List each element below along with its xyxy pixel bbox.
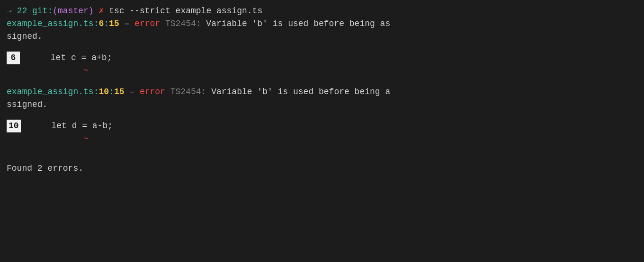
error1-message: Variable 'b' is used before being as (201, 17, 391, 30)
error1-code: TS2454: (160, 17, 201, 30)
error1-error-word: error (134, 17, 160, 30)
prompt-command: tsc --strict example_assign.ts (109, 5, 262, 17)
error2-line1: example_assign.ts : 10 : 15 – error TS24… (7, 86, 637, 98)
prompt-x: ✗ (99, 5, 104, 17)
git-label: git: (32, 5, 53, 17)
prompt-arrow: → (7, 5, 12, 17)
error1-line-num: 6 (98, 17, 104, 30)
prompt-line: → 22 git: (master) ✗ tsc --strict exampl… (7, 5, 637, 17)
tilde1: ~ (7, 64, 89, 77)
spacer4 (7, 145, 637, 154)
error2-code: TS2454: (165, 86, 206, 98)
tilde2: ~ (7, 132, 89, 145)
prompt-number: 22 (17, 5, 27, 17)
error1-message2: signed. (7, 30, 43, 43)
error2-line2: ssigned. (7, 98, 637, 111)
code-line1: 6 let c = a+b; (7, 52, 637, 64)
error2-error-word: error (140, 86, 165, 98)
error1-filename: example_assign.ts (7, 17, 94, 30)
spacer2 (7, 77, 637, 86)
summary-text: Found 2 errors. (7, 162, 83, 175)
line-number-6: 6 (7, 52, 20, 64)
error2-message: Variable 'b' is used before being a (206, 86, 390, 98)
summary-line: Found 2 errors. (7, 162, 637, 175)
error1-line1: example_assign.ts : 6 : 15 – error TS245… (7, 17, 637, 30)
error2-line-num: 10 (98, 86, 109, 98)
line-number-10: 10 (7, 120, 21, 132)
tilde-line1: ~ (7, 64, 637, 77)
spacer1 (7, 43, 637, 52)
code-content-1: let c = a+b; (20, 52, 112, 64)
spacer5 (7, 154, 637, 162)
error2-col-num: 15 (114, 86, 125, 98)
spacer3 (7, 111, 637, 120)
code-content-2: let d = a-b; (21, 120, 113, 132)
error2-filename: example_assign.ts (7, 86, 94, 98)
git-branch: (master) (53, 5, 93, 17)
error2-message2: ssigned. (7, 98, 47, 111)
error1-col-num: 15 (109, 17, 119, 30)
code-line2: 10 let d = a-b; (7, 120, 637, 132)
error1-line2: signed. (7, 30, 637, 43)
terminal-window: → 22 git: (master) ✗ tsc --strict exampl… (0, 0, 644, 262)
tilde-line2: ~ (7, 132, 637, 145)
